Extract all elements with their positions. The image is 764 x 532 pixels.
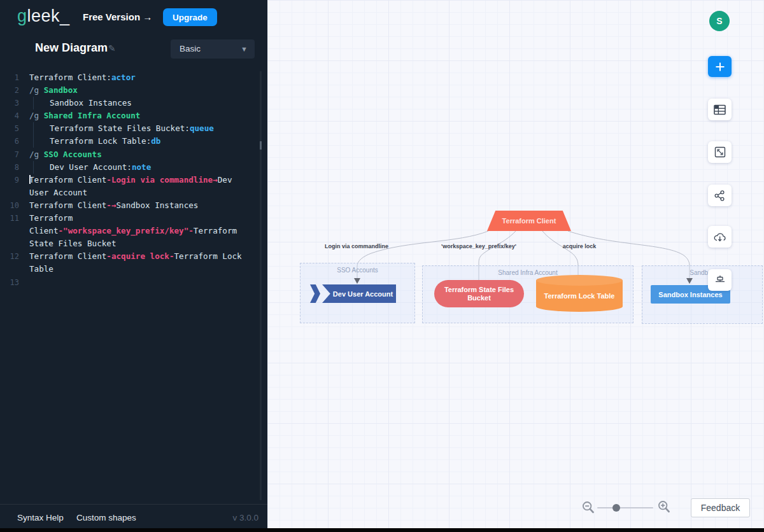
code-token: note (132, 162, 151, 172)
align-button[interactable] (708, 269, 732, 291)
code-token: /g (29, 150, 44, 159)
code-line[interactable]: 9Terraform Client-Login via commandline→… (0, 174, 257, 186)
line-number: 8 (0, 161, 29, 174)
code-token: Terraform (29, 213, 73, 223)
line-number (0, 263, 29, 276)
code-token: Client (29, 226, 59, 235)
code-line[interactable]: 6Terraform Lock Table:db (0, 135, 257, 148)
code-token: Terraform Client (29, 200, 106, 210)
free-version-link[interactable]: Free Version → (83, 11, 152, 22)
edit-title-pencil-icon[interactable]: ✎ (108, 43, 116, 53)
code-token: SSO Accounts (44, 150, 102, 159)
editor-scrollbar[interactable] (260, 71, 262, 500)
zoom-in-icon (658, 500, 670, 514)
chevron-down-icon: ▼ (241, 39, 248, 59)
zoom-slider-track[interactable] (597, 507, 653, 508)
plus-icon (714, 61, 726, 73)
cloud-download-icon (713, 232, 726, 242)
editor-scrollbar-thumb[interactable] (260, 141, 262, 150)
node-terraform-lock-table[interactable]: Terraform Lock Table (536, 275, 623, 312)
line-number: 13 (0, 276, 29, 289)
code-token: -"workspace_key_prefix/key"- (59, 226, 194, 235)
user-avatar[interactable]: S (709, 11, 730, 31)
share-button[interactable] (708, 185, 732, 206)
node-label: Terraform Client (502, 217, 556, 225)
line-number: 6 (0, 135, 29, 148)
code-token: Dev User Account: (50, 162, 132, 172)
diagram-type-dropdown[interactable]: Basic ▼ (171, 39, 255, 59)
code-line[interactable]: State Files Bucket (0, 237, 257, 250)
upgrade-button[interactable]: Upgrade (163, 8, 217, 26)
code-line[interactable]: 3Sandbox Instances (0, 97, 257, 109)
line-number: 3 (0, 97, 29, 109)
edge-label-login-via-commandline: Login via commandline (325, 243, 388, 249)
cloud-download-button[interactable] (708, 226, 732, 248)
code-token: actor (111, 73, 136, 82)
code-token: State Files Bucket (29, 239, 116, 248)
indent-guide (33, 135, 50, 148)
code-token: /g (29, 111, 44, 120)
share-icon (714, 190, 726, 202)
line-number: 4 (0, 109, 29, 122)
logo-g: g (17, 6, 27, 25)
edge-label-acquire-lock: acquire lock (563, 243, 597, 249)
note-body-shape: Dev User Account (322, 284, 396, 303)
code-token: Terraform Client: (29, 73, 111, 82)
code-line[interactable]: 2/g Sandbox (0, 84, 257, 97)
group-label: SSO Accounts (301, 267, 414, 274)
code-line[interactable]: User Account (0, 186, 257, 199)
line-number: 11 (0, 212, 29, 225)
indent-guide (33, 122, 50, 135)
zoom-in-button[interactable] (658, 500, 670, 515)
line-number (0, 225, 29, 237)
bottom-edge-strip (0, 528, 764, 532)
line-number: 7 (0, 148, 29, 161)
add-element-button[interactable] (708, 56, 732, 77)
group-label: Sandbox (642, 269, 762, 276)
code-token: Sandbox Instances (50, 98, 132, 108)
code-token: Dev (218, 175, 232, 185)
code-token: -acquire lock- (106, 251, 174, 261)
node-label-line1: Terraform State Files (444, 286, 514, 294)
sidebar: gleek_ Free Version → Upgrade New Diagra… (0, 0, 267, 532)
line-number (0, 186, 29, 199)
table-view-button[interactable] (708, 99, 732, 120)
gleek-logo[interactable]: gleek_ (17, 6, 70, 26)
line-number (0, 237, 29, 250)
code-line[interactable]: 4/g Shared Infra Account (0, 109, 257, 122)
align-icon (714, 274, 726, 286)
zoom-slider-thumb[interactable] (612, 504, 620, 512)
diagram-title: New Diagram (35, 41, 108, 55)
node-dev-user-account[interactable]: Dev User Account (310, 284, 396, 303)
code-token: -Login via commandline→ (106, 175, 217, 185)
code-line[interactable]: Table (0, 263, 257, 276)
code-line[interactable]: 5Terraform State Files Bucket:queue (0, 122, 257, 135)
code-token: Sandbox Instances (117, 200, 199, 210)
zoom-out-button[interactable] (582, 501, 595, 516)
code-line[interactable]: 12Terraform Client-acquire lock-Terrafor… (0, 250, 257, 263)
node-label: Dev User Account (333, 290, 393, 298)
code-line[interactable]: 10Terraform Client-→Sandbox Instances (0, 199, 257, 212)
code-token: Table (29, 264, 53, 274)
node-terraform-client[interactable]: Terraform Client (487, 211, 571, 231)
diagram-canvas[interactable]: SSO Accounts Shared Infra Account Sandbo… (267, 0, 764, 532)
node-terraform-state-files-bucket[interactable]: Terraform State Files Bucket (434, 280, 524, 307)
code-line[interactable]: 7/g SSO Accounts (0, 148, 257, 161)
indent-guide (33, 97, 50, 109)
resize-fit-button[interactable] (708, 141, 732, 163)
resize-icon (714, 146, 726, 158)
code-line[interactable]: Client-"workspace_key_prefix/key"-Terraf… (0, 225, 257, 237)
syntax-help-link[interactable]: Syntax Help (17, 513, 64, 522)
code-token: Terraform State Files Bucket: (50, 123, 190, 133)
feedback-button[interactable]: Feedback (691, 498, 750, 517)
code-line[interactable]: 8Dev User Account:note (0, 161, 257, 174)
code-editor[interactable]: 1Terraform Client:actor2/g Sandbox3Sandb… (0, 71, 257, 496)
code-line[interactable]: 1Terraform Client:actor (0, 71, 257, 84)
app-version: v 3.0.0 (232, 513, 258, 522)
custom-shapes-link[interactable]: Custom shapes (76, 513, 136, 522)
code-line[interactable]: 13 (0, 276, 257, 289)
logo-rest: leek_ (27, 6, 70, 25)
code-token: db (151, 136, 160, 146)
code-token: Terraform Client (29, 175, 106, 185)
code-line[interactable]: 11Terraform (0, 212, 257, 225)
